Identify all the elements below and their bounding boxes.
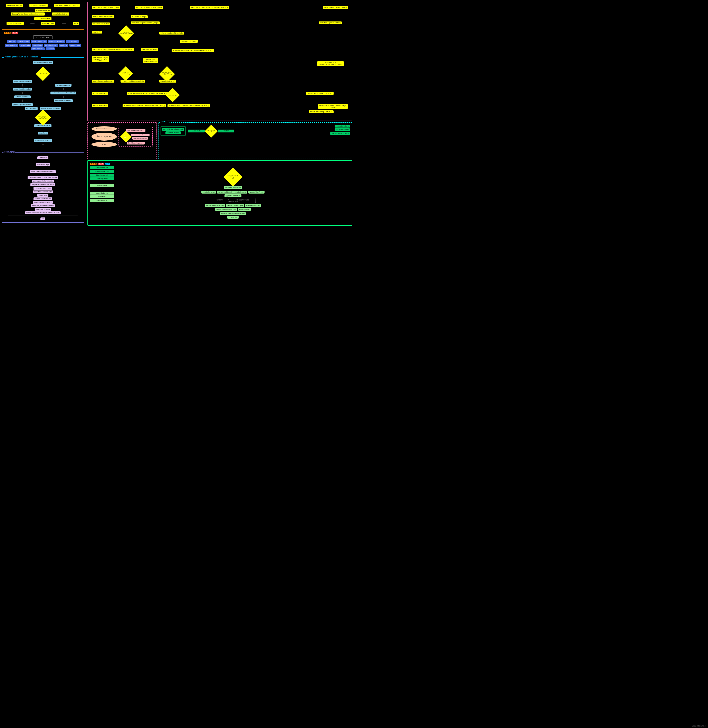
node-before-snapshot[interactable]: commitBeforeMutationEffectOnFiber bbox=[28, 176, 58, 179]
node-update-host-component[interactable]: updateHostComponent bbox=[224, 186, 242, 189]
node-enqueue-update[interactable]: enqueueUpdate bbox=[5, 44, 18, 46]
node-update-reducer[interactable]: updateReducer bbox=[31, 47, 45, 50]
node-new-fiber-not-null2[interactable]: newFiber !== null? bbox=[180, 40, 198, 43]
node-complete-unit[interactable]: completeUnitOfWork bbox=[34, 139, 52, 142]
node-commit-layout-on-fiber[interactable]: commitLayoutEffectOnFiber bbox=[31, 204, 55, 207]
node-add-dom-properties[interactable]: addDOMProperties bbox=[245, 204, 261, 207]
node-get-snapshot[interactable]: getSnapshotBeforeUpdate bbox=[32, 180, 54, 183]
node-call-get-snapshot[interactable]: 调用getSnapshotBeforeUpdate bbox=[30, 183, 55, 186]
node-use-state[interactable]: useState bbox=[59, 44, 68, 46]
node-mount-class[interactable]: MountClassInstance bbox=[132, 137, 148, 139]
node-flush-passive[interactable]: flushPassiveEffects bbox=[33, 187, 52, 190]
node-reconcile-children[interactable]: reconcileChildren bbox=[188, 129, 205, 132]
node-place-single-child-text[interactable]: placeSingleChild(reconcileSingleTextNode… bbox=[123, 104, 166, 107]
node-commit-before-mutation[interactable]: commitBeforeMutationEffects bbox=[30, 170, 55, 173]
node-commit-mutation[interactable]: commitMutationEffects bbox=[33, 190, 53, 193]
node-construct-class[interactable]: constructClassInstance bbox=[131, 134, 149, 136]
node-create-legacy-root[interactable]: createLegacyRoot bbox=[29, 4, 48, 7]
node-other-component[interactable]: OtherComponent bbox=[90, 166, 115, 169]
node-existing-delete[interactable]: existingChildren.delete(_args) bbox=[92, 6, 120, 9]
node-return-resulting-first[interactable]: return resultingFirstChild bbox=[323, 6, 348, 9]
node-new-fiber-update-from-map[interactable]: newFiber = updateFromMap(_args) bbox=[131, 22, 160, 24]
node-request-event-time[interactable]: requestEventTime bbox=[31, 40, 47, 43]
node-commit-root-impl[interactable]: commitRootImpl bbox=[36, 163, 50, 166]
node-update-fiber-args[interactable]: newFiber + prevs.sibling bbox=[319, 22, 342, 24]
node-ensure-root-scheduled[interactable]: ensureRootScheduled bbox=[13, 80, 32, 83]
node-existing-set-last-act[interactable]: existingChildren.Set(act)._args>deleteCh… bbox=[190, 6, 229, 9]
node-create-fiber-root[interactable]: createFiberRoot bbox=[7, 22, 24, 25]
node-commit-passive2[interactable]: commitPassiveI bbox=[90, 199, 115, 202]
node-set-state[interactable]: setState bbox=[7, 40, 16, 43]
node-reconcile-child-fibers[interactable]: reconcileChildFibers bbox=[330, 132, 350, 135]
node-place-child-args[interactable]: placeChild(_args) oldFiber = _args newId… bbox=[92, 56, 109, 62]
node-create-instance[interactable]: createInstance bbox=[202, 191, 216, 193]
node-commit-layout[interactable]: commitLayoutEffects bbox=[33, 198, 52, 200]
node-mount-child-fibers[interactable]: mountChildFibers bbox=[218, 129, 234, 132]
node-replace-state[interactable]: replaceState bbox=[17, 40, 30, 43]
node-delete-remaining[interactable]: deleteRemainingChildren bbox=[92, 80, 114, 83]
node-compare-work[interactable]: compareWork bbox=[90, 184, 115, 187]
node-commit-layout-root-after[interactable]: commitLayoutEffectOnFiber as commitLifeC… bbox=[25, 211, 61, 214]
node-root[interactable]: root bbox=[73, 22, 79, 25]
node-old-fiber-null2[interactable]: oldFiber == 0 oldFiber = currentFirstFib… bbox=[317, 61, 344, 66]
node-return-resulting2[interactable]: return resultingFirstChild bbox=[159, 32, 184, 35]
node-force-update[interactable]: forceUpdate bbox=[19, 44, 31, 46]
node-commit-work[interactable]: commitWork bbox=[38, 194, 48, 197]
node-commit-deletion[interactable]: commitDeletion bbox=[90, 192, 115, 195]
node-create-root-impl[interactable]: createRootImpl bbox=[35, 9, 51, 12]
node-should-track[interactable]: shouldTrackSideEffects? bbox=[92, 15, 114, 18]
node-new-idx-equals[interactable]: newIdx === newChild.length bbox=[143, 58, 158, 63]
node-update-state[interactable]: updateState bbox=[69, 44, 81, 46]
node-defer-root-concurrent[interactable]: deferRootConcurrent bbox=[54, 99, 73, 102]
node-perform-sync-work[interactable]: performSyncWorkOnRoot bbox=[12, 103, 33, 106]
node-init-class[interactable]: InitClassComponent bbox=[127, 142, 145, 144]
node-return-placement[interactable]: return PlaceMent bbox=[92, 92, 108, 95]
node-bail-out[interactable]: bailOut? bbox=[46, 47, 55, 50]
node-other[interactable]: other bbox=[91, 142, 117, 147]
node-host-component[interactable]: HostComponent bbox=[90, 177, 115, 180]
node-mount-state[interactable]: mountState bbox=[32, 44, 43, 46]
node-update-class[interactable]: updateClassComponent bbox=[126, 129, 145, 132]
node-class-component[interactable]: ClassComponent bbox=[91, 133, 117, 141]
node-schedule-callback2[interactable]: scheduleCallback bbox=[55, 84, 71, 87]
node-existing-delete2[interactable]: existingChildren.delete(_args) bbox=[135, 6, 163, 9]
node-dispatch-action[interactable]: dispatchAction bbox=[44, 44, 58, 46]
node-place-child-args2[interactable]: placeChild(_args) bbox=[159, 80, 176, 83]
node-place-single-text[interactable]: placeSingleChild(reconcileSingleTextNode… bbox=[127, 92, 170, 95]
node-schedule-callback[interactable]: scheduleCallback bbox=[14, 96, 30, 98]
node-begin-work[interactable]: beginWork bbox=[38, 132, 48, 135]
node-commit-work2[interactable]: commitWork bbox=[90, 195, 115, 198]
node-finalize-props[interactable]: setInitialForStyle bbox=[226, 204, 244, 207]
node-current-undated[interactable]: currentUndatedComponent bbox=[162, 128, 184, 131]
node-create-update[interactable]: createUpdate bbox=[66, 40, 78, 43]
node-reconcile-fibers[interactable]: reconcileFibers bbox=[335, 125, 350, 128]
node-return-placement2[interactable]: return PlaceMent bbox=[92, 104, 108, 107]
node-child-reconciler[interactable]: ChildReconciler bbox=[335, 128, 350, 131]
node-const-dom-element[interactable]: const domElement = createElement bbox=[217, 191, 247, 193]
node-create-with-hooks[interactable]: createWithHooks bbox=[165, 131, 181, 134]
node-commit-root[interactable]: commitRoot bbox=[38, 156, 48, 159]
node-new-idx-inc[interactable]: newIdx ++ bbox=[92, 31, 102, 33]
node-place-single-element-top[interactable]: placeSingleChild(reconcileSingleElement(… bbox=[171, 49, 214, 52]
node-reconcile-host-children[interactable]: reconcileHostChildren bbox=[205, 204, 225, 207]
node-return-resulting3[interactable]: return resultingFirstChild bbox=[120, 80, 145, 83]
node-apply-content[interactable]: applyContent bbox=[238, 208, 251, 211]
node-work-loop-sync[interactable]: workLoopSync bbox=[25, 107, 38, 110]
node-reconcile-children-iterator[interactable]: reconcileChildrenIterator(_args, ...othe… bbox=[318, 104, 348, 109]
node-return-resulting4[interactable]: return resultingFirstChild bbox=[309, 110, 334, 113]
node-update-fiber-props[interactable]: updateFiberProps bbox=[248, 191, 264, 193]
node-new-fiber-not-null[interactable]: newFiber !== null? bbox=[92, 22, 110, 25]
node-new-root[interactable]: new ReactDOMBlockingRoot bbox=[54, 4, 80, 7]
node-existing-remap[interactable]: existingChildren = mapRemainingChildren(… bbox=[92, 48, 134, 51]
node-function-component[interactable]: FunctionComponent bbox=[91, 126, 117, 131]
node-create-container2[interactable]: createContainer bbox=[34, 17, 51, 20]
node-legacy-render[interactable]: legacyRenderSubtreeIntoContainer bbox=[11, 13, 45, 16]
node-old-fiber-is-null[interactable]: oldFiber == null? bbox=[141, 48, 158, 51]
node-insert-in-container[interactable]: insertInContainerBeforeNode(DOM) bbox=[220, 212, 246, 215]
node-return-dom[interactable]: return DOM bbox=[227, 216, 238, 219]
node-append-all-children[interactable]: appendAllChildren bbox=[225, 194, 241, 197]
node-create-filter[interactable]: createFilter bbox=[41, 22, 55, 25]
node-perform-concurrent[interactable]: performConcurrentWorkOnRoot bbox=[51, 92, 76, 94]
node-commit-passive[interactable]: commitPassiveEffects bbox=[33, 201, 53, 204]
node-reconcile-children-array[interactable]: reconcileChildrenArray(_args) bbox=[306, 92, 334, 95]
